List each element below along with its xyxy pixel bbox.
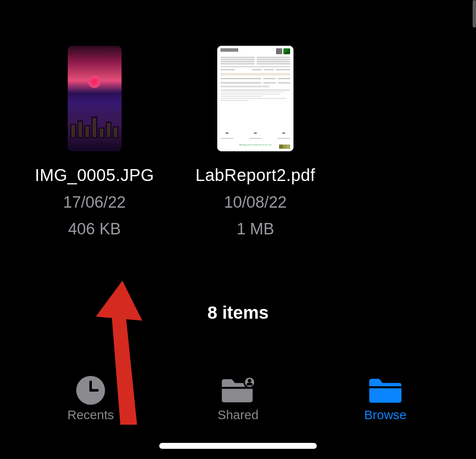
clock-icon (74, 376, 108, 404)
file-item-pdf[interactable]: 360 Diagnostics & Health Services Pvt. L… (190, 46, 321, 240)
items-count-label: 8 items (0, 303, 476, 323)
file-thumbnail: 360 Diagnostics & Health Services Pvt. L… (217, 46, 293, 151)
tab-recents[interactable]: Recents (17, 376, 164, 422)
tab-shared[interactable]: Shared (164, 376, 312, 422)
file-size-label: 406 KB (68, 218, 121, 240)
svg-rect-7 (369, 386, 401, 388)
home-indicator[interactable] (159, 443, 317, 449)
svg-point-6 (248, 379, 251, 382)
file-item-image[interactable]: IMG_0005.JPG 17/06/22 406 KB (29, 46, 160, 240)
file-date-label: 17/06/22 (63, 191, 126, 214)
vertical-scrollbar[interactable] (473, 0, 476, 28)
file-name-label: IMG_0005.JPG (35, 163, 154, 187)
shared-folder-icon (221, 376, 255, 404)
tab-label: Browse (364, 408, 407, 422)
file-name-label: LabReport2.pdf (196, 163, 315, 187)
tab-browse[interactable]: Browse (312, 376, 459, 422)
folder-icon (368, 376, 402, 404)
files-grid: IMG_0005.JPG 17/06/22 406 KB (0, 0, 476, 240)
tab-bar: Recents Shared Browse (0, 363, 476, 435)
tab-label: Recents (67, 408, 114, 422)
file-thumbnail (68, 46, 122, 151)
file-size-label: 1 MB (237, 218, 274, 240)
file-date-label: 10/08/22 (224, 191, 287, 214)
tab-label: Shared (218, 408, 259, 422)
